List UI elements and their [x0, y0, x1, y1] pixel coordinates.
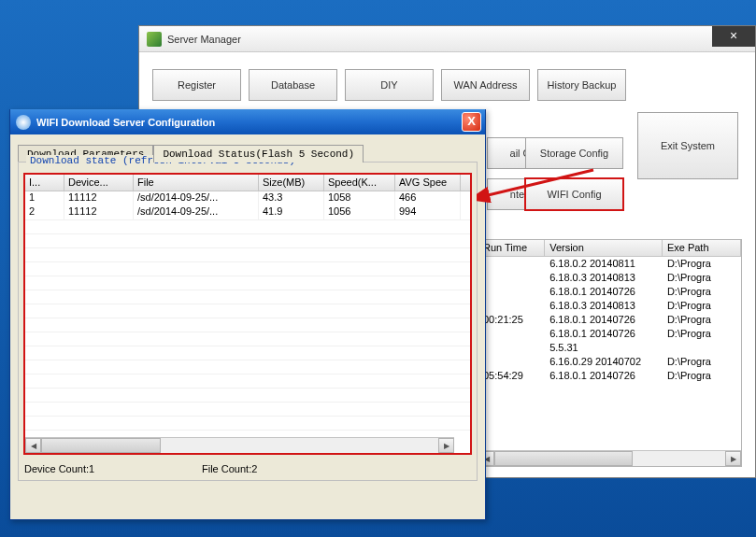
wifi-download-dialog: WIFI Download Server Configuration X Dow…: [9, 109, 486, 520]
file-count: File Count:2: [202, 463, 257, 474]
cell: 2: [25, 205, 64, 219]
scroll-track[interactable]: [494, 451, 725, 466]
cell: 6.18.0.3 20140813: [545, 299, 663, 313]
cell: [478, 341, 545, 355]
diy-button[interactable]: DIY: [345, 69, 434, 101]
col-run-time[interactable]: Run Time: [478, 240, 545, 256]
cell: 6.18.0.3 20140813: [545, 271, 663, 285]
cell: D:\Progra: [663, 299, 741, 313]
grid-row[interactable]: 211112/sd/2014-09-25/...41.91056994: [25, 205, 470, 219]
table-row[interactable]: 00:21:256.18.0.1 20140726D:\Progra: [478, 313, 741, 327]
cell: 6.18.0.1 20140726: [545, 285, 663, 299]
wan-address-button[interactable]: WAN Address: [441, 69, 530, 101]
grid-header-row: I... Device... File Size(MB) Speed(K... …: [25, 175, 470, 191]
device-count: Device Count:1: [24, 463, 202, 474]
cell: D:\Progra: [663, 285, 741, 299]
history-backup-button[interactable]: History Backup: [537, 69, 626, 101]
cell: 11112: [64, 205, 134, 219]
close-button[interactable]: X: [462, 112, 481, 132]
download-state-fieldset: Download state (refresh interval 5 secon…: [18, 162, 478, 481]
cell: 6.18.0.2 20140811: [545, 257, 663, 271]
storage-config-button[interactable]: Storage Config: [525, 137, 623, 169]
table-row[interactable]: 6.18.0.1 20140726D:\Progra: [478, 327, 741, 341]
table-row[interactable]: 6.18.0.1 20140726D:\Progra: [478, 285, 741, 299]
scroll-thumb[interactable]: [41, 438, 161, 453]
cell: D:\Progra: [663, 369, 741, 383]
col-avg-speed[interactable]: AVG Spee: [395, 175, 461, 191]
col-device[interactable]: Device...: [64, 175, 134, 191]
cell: D:\Progra: [663, 271, 741, 285]
cell: 6.18.0.1 20140726: [545, 369, 663, 383]
cell: /sd/2014-09-25/...: [134, 191, 259, 205]
cell: 1058: [324, 191, 395, 205]
cell: 466: [395, 191, 461, 205]
cell: [663, 341, 741, 355]
tab-download-status[interactable]: Download Status(Flash 5 Second): [153, 145, 364, 163]
table-body: 6.18.0.2 20140811D:\Progra6.18.0.3 20140…: [478, 257, 741, 383]
table-row[interactable]: 6.18.0.3 20140813D:\Progra: [478, 271, 741, 285]
server-manager-titlebar[interactable]: Server Manager ×: [139, 26, 755, 52]
cell: 11112: [64, 191, 134, 205]
grid-row[interactable]: 111112/sd/2014-09-25/...43.31058466: [25, 191, 470, 205]
grid-horizontal-scrollbar[interactable]: ◀ ▶: [25, 437, 454, 453]
cell: [478, 285, 545, 299]
cell: 6.18.0.1 20140726: [545, 327, 663, 341]
cell: 00:21:25: [478, 313, 545, 327]
col-exe-path[interactable]: Exe Path: [663, 240, 741, 256]
cell: 994: [395, 205, 461, 219]
scroll-right-icon[interactable]: ▶: [438, 438, 454, 453]
table-row[interactable]: 6.16.0.29 20140702D:\Progra: [478, 355, 741, 369]
table-header-row: Run Time Version Exe Path: [478, 240, 741, 257]
cell: D:\Progra: [663, 355, 741, 369]
database-button[interactable]: Database: [249, 69, 337, 101]
wifi-config-button[interactable]: WIFI Config: [525, 178, 623, 210]
cell: 6.18.0.1 20140726: [545, 313, 663, 327]
col-version[interactable]: Version: [545, 240, 663, 256]
cell: /sd/2014-09-25/...: [134, 205, 259, 219]
col-speed[interactable]: Speed(K...: [324, 175, 395, 191]
server-manager-table: Run Time Version Exe Path 6.18.0.2 20140…: [478, 239, 742, 467]
cell: 1056: [324, 205, 395, 219]
table-row[interactable]: 6.18.0.3 20140813D:\Progra: [478, 299, 741, 313]
col-index[interactable]: I...: [25, 175, 64, 191]
table-row[interactable]: 6.18.0.2 20140811D:\Progra: [478, 257, 741, 271]
cell: 43.3: [259, 191, 324, 205]
cell: 6.16.0.29 20140702: [545, 355, 663, 369]
wifi-body: Download Parameters Download Status(Flas…: [10, 134, 485, 487]
cell: [478, 355, 545, 369]
scroll-thumb[interactable]: [494, 451, 633, 466]
cell: D:\Progra: [663, 327, 741, 341]
cell: D:\Progra: [663, 313, 741, 327]
cell: 05:54:29: [478, 369, 545, 383]
cell: 1: [25, 191, 64, 205]
wifi-titlebar[interactable]: WIFI Download Server Configuration X: [10, 109, 485, 134]
scroll-left-icon[interactable]: ◀: [25, 438, 41, 453]
count-row: Device Count:1 File Count:2: [24, 463, 471, 474]
table-row[interactable]: 05:54:296.18.0.1 20140726D:\Progra: [478, 369, 741, 383]
cell: 5.5.31: [545, 341, 663, 355]
close-button[interactable]: ×: [712, 26, 755, 47]
register-button[interactable]: Register: [152, 69, 241, 101]
cell: [478, 299, 545, 313]
col-file[interactable]: File: [134, 175, 259, 191]
wifi-title: WIFI Download Server Configuration: [36, 117, 215, 128]
horizontal-scrollbar[interactable]: ◀ ▶: [478, 450, 741, 466]
cell: D:\Progra: [663, 257, 741, 271]
cell: [478, 271, 545, 285]
server-icon: [147, 32, 162, 47]
cell: [478, 257, 545, 271]
server-manager-title: Server Manager: [167, 34, 241, 45]
cell: [478, 327, 545, 341]
table-row[interactable]: 5.5.31: [478, 341, 741, 355]
scroll-right-icon[interactable]: ▶: [725, 451, 741, 466]
server-manager-body: Register Database DIY WAN Address Histor…: [139, 52, 755, 118]
grid-body: 111112/sd/2014-09-25/...43.3105846621111…: [25, 191, 470, 219]
col-size[interactable]: Size(MB): [259, 175, 324, 191]
exit-system-button[interactable]: Exit System: [637, 112, 738, 179]
scroll-track[interactable]: [41, 438, 438, 453]
download-grid: I... Device... File Size(MB) Speed(K... …: [24, 174, 471, 454]
cell: 41.9: [259, 205, 324, 219]
wifi-icon: [16, 115, 31, 130]
